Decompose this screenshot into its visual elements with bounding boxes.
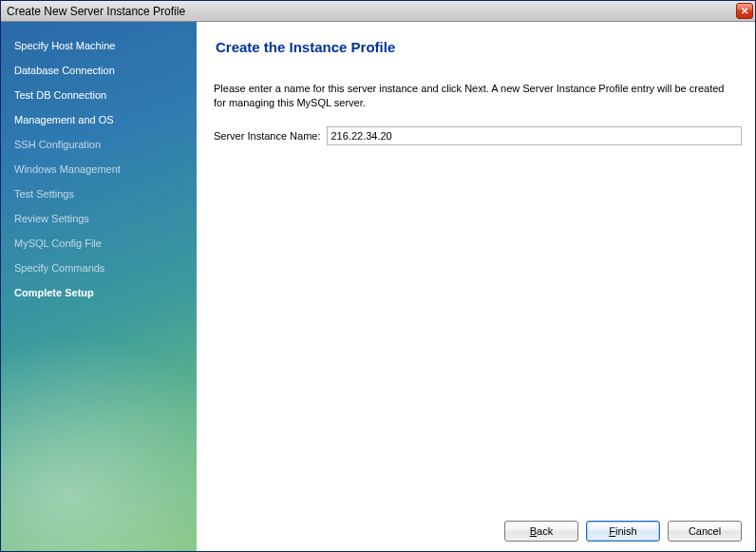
step-test-settings: Test Settings [1, 181, 197, 206]
sidebar: Specify Host Machine Database Connection… [1, 22, 197, 551]
button-bar: Back Finish Cancel [214, 511, 747, 551]
step-ssh-configuration: SSH Configuration [1, 132, 197, 157]
page-heading: Create the Instance Profile [214, 39, 747, 55]
step-label: Management and OS [14, 114, 114, 125]
step-label: Test Settings [14, 188, 74, 200]
wizard-window: Create New Server Instance Profile ✕ Spe… [0, 0, 756, 552]
window-title: Create New Server Instance Profile [7, 5, 185, 18]
step-label: Review Settings [14, 213, 89, 224]
step-label: Database Connection [14, 65, 115, 76]
close-icon: ✕ [741, 6, 748, 16]
main-panel: Create the Instance Profile Please enter… [197, 22, 755, 551]
btn-rest: ack [537, 525, 553, 537]
mnemonic: B [530, 525, 537, 537]
step-label: Specify Commands [14, 262, 104, 274]
instance-name-row: Server Instance Name: [214, 126, 747, 145]
step-label: Complete Setup [14, 287, 94, 298]
step-test-db-connection: Test DB Connection [1, 83, 197, 107]
step-specify-host-machine: Specify Host Machine [1, 33, 197, 58]
step-label: Windows Management [14, 163, 121, 175]
description-text: Please enter a name for this server inst… [214, 82, 747, 111]
step-label: SSH Configuration [14, 139, 101, 150]
btn-label: Cancel [689, 525, 721, 537]
back-button[interactable]: Back [504, 521, 578, 542]
step-mysql-config-file: MySQL Config File [1, 231, 197, 256]
finish-button[interactable]: Finish [586, 521, 660, 542]
close-button[interactable]: ✕ [736, 3, 753, 19]
step-management-and-os: Management and OS [1, 107, 197, 132]
step-label: Test DB Connection [14, 89, 106, 101]
step-label: MySQL Config File [14, 238, 102, 249]
step-label: Specify Host Machine [14, 40, 115, 51]
cancel-button[interactable]: Cancel [668, 521, 742, 542]
step-windows-management: Windows Management [1, 157, 197, 181]
step-review-settings: Review Settings [1, 206, 197, 231]
window-body: Specify Host Machine Database Connection… [1, 22, 755, 551]
step-database-connection: Database Connection [1, 58, 197, 83]
step-complete-setup: Complete Setup [1, 280, 197, 305]
btn-rest: inish [615, 525, 637, 537]
step-specify-commands: Specify Commands [1, 256, 197, 280]
instance-name-label: Server Instance Name: [214, 130, 321, 142]
titlebar: Create New Server Instance Profile ✕ [1, 1, 755, 22]
instance-name-input[interactable] [327, 126, 743, 145]
